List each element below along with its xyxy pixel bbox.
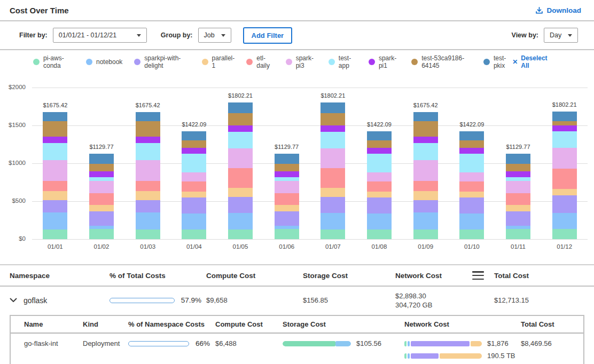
bar-segment-test-app[interactable] <box>506 177 530 181</box>
bar-segment-parallel-1[interactable] <box>89 205 114 212</box>
stacked-bar-01/12[interactable] <box>552 112 577 239</box>
bar-segment-test-53ca9186-64145[interactable] <box>459 140 484 147</box>
stacked-bar-01/09[interactable] <box>413 112 438 239</box>
stacked-bar-01/02[interactable] <box>89 154 114 239</box>
legend-item-pi-aws-conda[interactable]: pi-aws-conda <box>33 54 74 69</box>
bar-segment-parallel-1[interactable] <box>552 189 577 195</box>
legend-item-test-app[interactable]: test-app <box>329 54 357 69</box>
column-header-kind[interactable]: Kind <box>77 320 124 328</box>
column-header-percent-namespace[interactable]: % of Namespace Costs <box>124 320 210 328</box>
legend-item-parallel-1[interactable]: parallel-1 <box>202 54 235 69</box>
bar-segment-spark-pi3[interactable] <box>275 181 299 193</box>
bar-segment-sparkpi-with-delight[interactable] <box>367 197 392 213</box>
bar-segment-pi-aws-conda[interactable] <box>506 229 530 239</box>
bar-segment-test-pkix[interactable] <box>136 112 160 121</box>
bar-segment-test-53ca9186-64145[interactable] <box>182 140 206 147</box>
bar-segment-pi-aws-conda[interactable] <box>228 230 253 239</box>
bar-segment-spark-pi1[interactable] <box>89 171 114 177</box>
bar-segment-test-53ca9186-64145[interactable] <box>413 121 438 137</box>
column-header-storage-cost[interactable]: Storage Cost <box>277 320 399 328</box>
bar-segment-sparkpi-with-delight[interactable] <box>552 195 577 213</box>
bar-segment-notebook[interactable] <box>43 212 67 230</box>
bar-segment-test-53ca9186-64145[interactable] <box>506 164 530 171</box>
bar-segment-test-53ca9186-64145[interactable] <box>136 121 160 137</box>
bar-segment-parallel-1[interactable] <box>413 191 438 200</box>
bar-segment-spark-pi1[interactable] <box>182 148 206 154</box>
bar-segment-test-pkix[interactable] <box>321 102 345 113</box>
stacked-bar-01/05[interactable] <box>228 102 253 239</box>
bar-segment-etl-daily[interactable] <box>367 181 392 192</box>
stacked-bar-01/08[interactable] <box>367 131 392 239</box>
bar-segment-test-53ca9186-64145[interactable] <box>43 121 67 137</box>
date-range-select[interactable]: 01/01/21 - 01/12/21 <box>53 28 147 43</box>
column-header-namespace[interactable]: Namespace <box>0 272 105 280</box>
bar-segment-sparkpi-with-delight[interactable] <box>228 197 253 213</box>
bar-segment-etl-daily[interactable] <box>136 181 160 191</box>
bar-segment-test-app[interactable] <box>413 143 438 161</box>
column-header-compute-cost[interactable]: Compute Cost <box>201 272 298 280</box>
download-button[interactable]: Download <box>535 6 582 14</box>
bar-segment-etl-daily[interactable] <box>506 193 530 205</box>
column-header-total-cost[interactable]: Total Cost <box>489 272 594 280</box>
bar-segment-pi-aws-conda[interactable] <box>367 230 392 239</box>
bar-segment-test-53ca9186-64145[interactable] <box>228 113 253 125</box>
stacked-bar-01/03[interactable] <box>136 112 160 239</box>
bar-segment-test-53ca9186-64145[interactable] <box>321 113 345 125</box>
bar-segment-etl-daily[interactable] <box>228 168 253 188</box>
bar-segment-spark-pi3[interactable] <box>228 148 253 168</box>
column-header-total-cost[interactable]: Total Cost <box>515 320 583 328</box>
bar-segment-parallel-1[interactable] <box>228 188 253 197</box>
bar-segment-pi-aws-conda[interactable] <box>136 230 160 239</box>
bar-segment-test-app[interactable] <box>136 143 160 161</box>
stacked-bar-01/10[interactable] <box>459 131 484 239</box>
bar-segment-notebook[interactable] <box>459 213 484 230</box>
bar-segment-test-app[interactable] <box>43 143 67 161</box>
legend-item-spark-pi3[interactable]: spark-pi3 <box>286 54 317 69</box>
bar-segment-notebook[interactable] <box>552 213 577 229</box>
group-by-select[interactable]: Job <box>198 28 231 43</box>
bar-segment-test-pkix[interactable] <box>89 154 114 164</box>
bar-segment-test-pkix[interactable] <box>43 112 67 121</box>
stacked-bar-01/11[interactable] <box>506 154 530 239</box>
bar-segment-parallel-1[interactable] <box>459 192 484 197</box>
bar-segment-test-app[interactable] <box>89 177 114 181</box>
bar-segment-etl-daily[interactable] <box>413 181 438 191</box>
bar-segment-sparkpi-with-delight[interactable] <box>89 211 114 226</box>
bar-segment-test-pkix[interactable] <box>552 112 577 121</box>
bar-segment-spark-pi1[interactable] <box>321 125 345 132</box>
namespace-row-goflask[interactable]: goflask 57.9% $9,658 $156.85 $2,898.30 3… <box>0 287 594 314</box>
bar-segment-etl-daily[interactable] <box>552 169 577 189</box>
bar-segment-notebook[interactable] <box>182 213 206 230</box>
bar-segment-parallel-1[interactable] <box>321 188 345 197</box>
legend-item-etl-daily[interactable]: etl-daily <box>246 54 273 69</box>
bar-segment-test-53ca9186-64145[interactable] <box>552 121 577 125</box>
bar-segment-notebook[interactable] <box>228 213 253 230</box>
add-filter-button[interactable]: Add Filter <box>243 27 293 44</box>
bar-segment-spark-pi1[interactable] <box>367 148 392 154</box>
workload-row-go-flask-int[interactable]: go-flask-int Deployment 66% $6,488 $105.… <box>11 334 583 364</box>
bar-segment-sparkpi-with-delight[interactable] <box>506 211 530 226</box>
legend-item-notebook[interactable]: notebook <box>86 58 122 66</box>
bar-segment-test-pkix[interactable] <box>275 154 299 164</box>
bar-segment-parallel-1[interactable] <box>367 192 392 197</box>
bar-segment-spark-pi3[interactable] <box>506 181 530 193</box>
bar-segment-notebook[interactable] <box>136 212 160 230</box>
column-header-compute-cost[interactable]: Compute Cost <box>210 320 277 328</box>
column-header-percent-total[interactable]: % of Total Costs <box>105 272 201 280</box>
bar-segment-spark-pi1[interactable] <box>413 137 438 143</box>
bar-segment-etl-daily[interactable] <box>275 193 299 205</box>
bar-segment-pi-aws-conda[interactable] <box>459 230 484 239</box>
chevron-down-icon[interactable] <box>10 298 17 303</box>
bar-segment-pi-aws-conda[interactable] <box>182 230 206 239</box>
bar-segment-pi-aws-conda[interactable] <box>413 230 438 239</box>
legend-item-test-pkix[interactable]: test-pkix <box>483 54 512 69</box>
bar-segment-test-app[interactable] <box>275 177 299 181</box>
bar-segment-spark-pi3[interactable] <box>136 160 160 181</box>
bar-segment-spark-pi3[interactable] <box>89 181 114 193</box>
bar-segment-etl-daily[interactable] <box>89 193 114 205</box>
bar-segment-pi-aws-conda[interactable] <box>552 229 577 239</box>
bar-segment-spark-pi3[interactable] <box>182 172 206 181</box>
column-header-network-cost[interactable]: Network Cost <box>399 320 515 328</box>
stacked-bar-01/06[interactable] <box>275 154 299 239</box>
bar-segment-spark-pi3[interactable] <box>459 172 484 181</box>
